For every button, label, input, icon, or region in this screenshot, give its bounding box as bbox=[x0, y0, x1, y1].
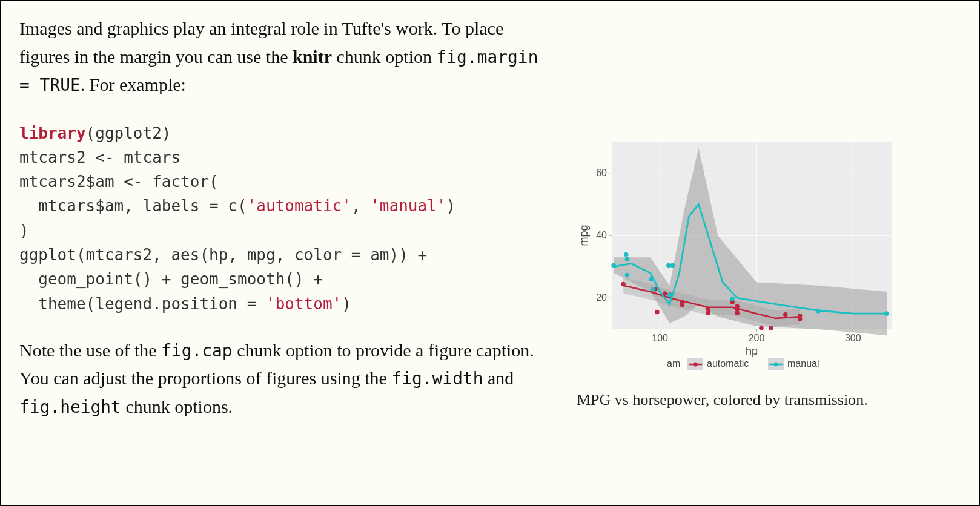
svg-point-40 bbox=[611, 263, 616, 268]
code-text: theme(legend.position = bbox=[19, 295, 266, 313]
code-string: 'manual' bbox=[370, 197, 446, 215]
svg-point-21 bbox=[663, 291, 667, 296]
code-text: mtcars$am, labels = c( bbox=[19, 197, 247, 215]
svg-text:manual: manual bbox=[787, 358, 819, 369]
margin-figure: 100200300204060hpmpgamautomaticmanual bbox=[577, 136, 898, 378]
main-column: Images and graphics play an integral rol… bbox=[19, 15, 552, 499]
inline-code-figwidth: fig.width bbox=[391, 369, 483, 389]
svg-point-59 bbox=[773, 362, 778, 366]
svg-point-45 bbox=[651, 287, 656, 292]
svg-point-47 bbox=[667, 292, 672, 297]
mpg-hp-chart: 100200300204060hpmpgamautomaticmanual bbox=[577, 136, 898, 378]
svg-point-39 bbox=[655, 310, 660, 315]
svg-point-35 bbox=[769, 326, 773, 330]
svg-point-36 bbox=[783, 312, 788, 317]
svg-point-42 bbox=[625, 257, 630, 261]
svg-text:100: 100 bbox=[652, 333, 668, 343]
code-text: mtcars2 <- mtcars bbox=[19, 148, 180, 166]
svg-point-55 bbox=[693, 362, 697, 366]
svg-point-27 bbox=[680, 303, 684, 307]
svg-text:20: 20 bbox=[596, 292, 607, 303]
text: and bbox=[483, 368, 514, 388]
svg-text:60: 60 bbox=[596, 168, 607, 178]
code-text: ) bbox=[342, 295, 351, 313]
text: . For example: bbox=[81, 74, 186, 94]
svg-text:automatic: automatic bbox=[707, 358, 749, 369]
text: chunk option bbox=[332, 47, 437, 67]
svg-point-41 bbox=[624, 252, 629, 257]
svg-text:300: 300 bbox=[845, 333, 861, 343]
inline-code-figcap: fig.cap bbox=[161, 341, 233, 361]
svg-point-48 bbox=[670, 263, 675, 268]
code-text: mtcars2$am <- factor( bbox=[19, 172, 219, 191]
code-text: (ggplot2) bbox=[86, 124, 171, 142]
text: chunk options. bbox=[121, 396, 233, 416]
figure-caption: MPG vs horsepower, colored by transmissi… bbox=[577, 389, 961, 412]
margin-column: 100200300204060hpmpgamautomaticmanual MP… bbox=[577, 15, 961, 499]
svg-point-38 bbox=[798, 317, 803, 321]
svg-point-51 bbox=[884, 311, 889, 316]
svg-text:40: 40 bbox=[596, 230, 607, 240]
svg-point-50 bbox=[816, 309, 821, 314]
intro-paragraph: Images and graphics play an integral rol… bbox=[19, 15, 552, 99]
svg-point-44 bbox=[649, 277, 654, 282]
svg-point-33 bbox=[735, 310, 740, 315]
code-text: ) bbox=[19, 222, 29, 240]
document-page: Images and graphics play an integral rol… bbox=[0, 0, 980, 506]
svg-point-22 bbox=[621, 282, 626, 287]
svg-point-29 bbox=[706, 307, 711, 312]
code-string: 'bottom' bbox=[266, 295, 342, 313]
code-text: ) bbox=[446, 197, 455, 215]
code-text: geom_point() + geom_smooth() + bbox=[19, 270, 323, 288]
followup-paragraph: Note the use of the fig.cap chunk option… bbox=[19, 337, 552, 421]
code-text: , bbox=[351, 197, 370, 215]
svg-text:200: 200 bbox=[749, 333, 765, 343]
code-block: library(ggplot2) mtcars2 <- mtcars mtcar… bbox=[19, 121, 552, 316]
knitr-strong: knitr bbox=[293, 47, 332, 67]
svg-point-34 bbox=[759, 326, 764, 330]
code-keyword: library bbox=[19, 124, 86, 142]
svg-text:am: am bbox=[667, 358, 680, 369]
text: Note the use of the bbox=[19, 340, 161, 360]
code-text: ggplot(mtcars2, aes(hp, mpg, color = am)… bbox=[19, 246, 427, 264]
svg-point-49 bbox=[730, 297, 735, 301]
inline-code-figheight: fig.height bbox=[19, 397, 121, 417]
svg-point-43 bbox=[625, 273, 630, 278]
code-string: 'automatic' bbox=[247, 197, 351, 215]
svg-text:mpg: mpg bbox=[578, 225, 590, 246]
svg-text:hp: hp bbox=[746, 345, 758, 357]
